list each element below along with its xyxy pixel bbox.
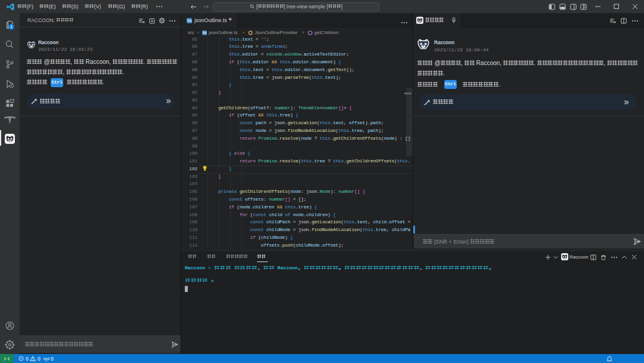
svg-text:TS: TS (203, 31, 207, 35)
svg-text:TS: TS (187, 19, 192, 23)
